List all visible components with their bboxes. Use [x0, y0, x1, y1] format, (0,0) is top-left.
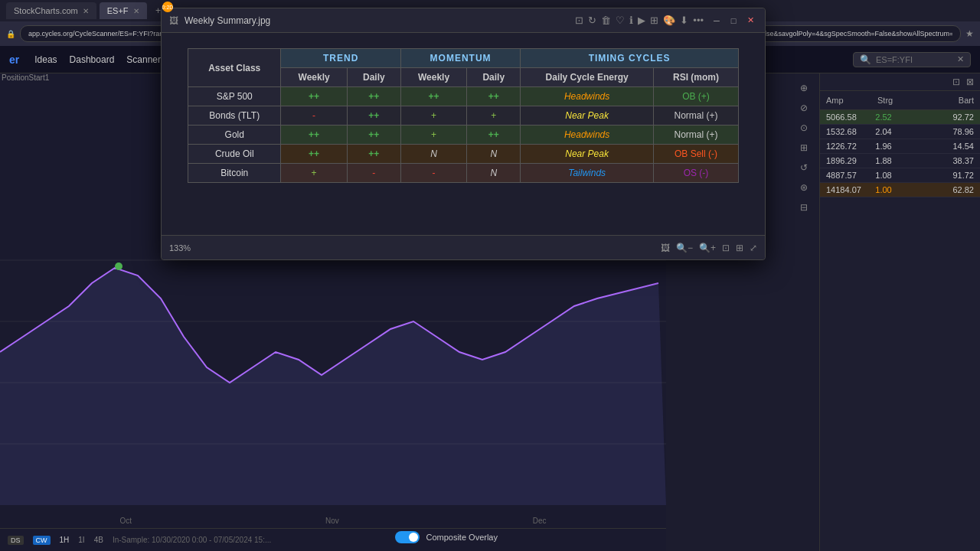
table-row-gold: Gold ++ ++ + ++ Headwinds Normal (+): [188, 126, 739, 145]
cell-sp500-td: ++: [347, 87, 400, 106]
rp-strg-6: 1.00: [875, 185, 924, 194]
footer-fullscreen-icon[interactable]: ⤢: [750, 243, 757, 253]
cell-bitcoin-td: -: [347, 164, 400, 183]
bottom-bar: DS CW 1H 1I 4B In-Sample: 10/30/2020 0:0…: [0, 528, 666, 551]
rp-icon-expand[interactable]: ⊡: [952, 77, 960, 87]
modal-share-icon[interactable]: ⊡: [575, 15, 583, 26]
rp-row-5: 4887.57 1.08 91.72: [820, 168, 980, 183]
modal-delete-icon[interactable]: 🗑: [601, 15, 611, 26]
modal-play-icon[interactable]: ▶: [638, 15, 645, 26]
table-row-crude: Crude Oil ++ ++ N N Near Peak OB Sell (-…: [188, 145, 739, 164]
tool-refresh[interactable]: ↺: [795, 159, 812, 176]
footer-frame-icon[interactable]: ⊞: [736, 243, 743, 253]
tool-save[interactable]: ⊞: [795, 139, 812, 156]
svg-point-5: [115, 262, 122, 270]
modal-maximize-button[interactable]: □: [727, 14, 740, 28]
modal-window: 🖼 Weekly Summary.jpg ⊡ ↻ 🗑 ♡ ℹ ▶ ⊞ 🎨 ⬇ •…: [161, 8, 766, 260]
rp-col-amp: Amp: [826, 96, 871, 105]
crude-tw-val: ++: [309, 148, 319, 159]
modal-more-icon[interactable]: •••: [693, 15, 704, 26]
cell-gold-ce: Headwinds: [521, 126, 654, 145]
axis-dec: Dec: [533, 517, 547, 525]
bonds-mw-val: +: [431, 110, 436, 121]
modal-grid-icon[interactable]: ⊞: [650, 15, 658, 26]
nav-ideas[interactable]: Ideas: [34, 54, 57, 65]
composite-overlay: Composite Overlay: [395, 531, 498, 543]
cell-bonds-name: Bonds (TLT): [188, 106, 281, 126]
rp-row-4: 1896.29 1.88 38.37: [820, 154, 980, 168]
tool-search[interactable]: ⊙: [795, 119, 812, 136]
table-row-bonds: Bonds (TLT) - ++ + + Near Peak Normal (+…: [188, 106, 739, 126]
search-icon: 🔍: [860, 54, 871, 65]
sp500-mw-val: ++: [429, 91, 439, 102]
tab-stockcharts[interactable]: StockCharts.com ✕: [6, 2, 96, 19]
crude-md-val: N: [490, 148, 497, 159]
tab-close-esf[interactable]: ✕: [133, 7, 139, 15]
col-trend-daily: Daily: [347, 68, 400, 87]
badge-ds: DS: [8, 536, 24, 545]
modal-body: Asset Class TREND MOMENTUM TIMING CYCLES…: [162, 33, 765, 230]
right-tools: ⊕ ⊘ ⊙ ⊞ ↺ ⊛ ⊟: [792, 73, 815, 222]
position-label: PositionStart1: [2, 73, 49, 82]
modal-file-icon: 🖼: [169, 15, 178, 26]
footer-zoom-in-icon[interactable]: 🔍+: [699, 243, 716, 253]
modal-footer: 133% 🖼 🔍− 🔍+ ⊡ ⊞ ⤢: [162, 235, 765, 259]
crude-rsi-val: OB Sell (-): [675, 148, 717, 159]
bonds-rsi-val: Normal (+): [674, 110, 717, 121]
cell-sp500-name: S&P 500: [188, 87, 281, 106]
cell-crude-ce: Near Peak: [521, 145, 654, 164]
footer-image-icon[interactable]: 🖼: [661, 243, 670, 253]
rp-bart-5: 91.72: [925, 171, 974, 180]
tool-bp[interactable]: ⊕: [795, 80, 812, 96]
cell-bonds-tw: -: [281, 106, 347, 126]
bitcoin-md-val: N: [490, 168, 497, 178]
bitcoin-td-val: -: [372, 168, 375, 178]
timeframe2[interactable]: 1I: [78, 536, 84, 544]
bonds-tw-val: -: [312, 110, 315, 121]
crude-td-val: ++: [368, 148, 379, 159]
modal-download-icon[interactable]: ⬇: [680, 15, 688, 26]
tab-esf[interactable]: ES+F ✕: [100, 2, 147, 19]
cell-sp500-md: ++: [467, 87, 521, 106]
gold-mw-val: +: [431, 129, 436, 140]
tool-info[interactable]: ⊟: [795, 199, 812, 216]
rp-icon-settings[interactable]: ⊠: [966, 77, 974, 87]
cell-crude-td: ++: [347, 145, 400, 164]
col-rsi: RSI (mom): [653, 68, 738, 87]
composite-overlay-toggle[interactable]: [395, 531, 420, 543]
nav-scanner[interactable]: Scanner: [126, 54, 161, 65]
cell-crude-tw: ++: [281, 145, 347, 164]
modal-heart-icon[interactable]: ♡: [616, 15, 625, 26]
bonds-td-val: ++: [368, 110, 379, 121]
rp-strg-1: 2.52: [875, 112, 924, 122]
rp-amp-3: 1226.72: [826, 142, 875, 151]
modal-palette-icon[interactable]: 🎨: [663, 15, 675, 26]
footer-crop-icon[interactable]: ⊡: [722, 243, 730, 253]
modal-refresh-icon[interactable]: ↻: [588, 15, 596, 26]
timeframe[interactable]: 1H: [60, 536, 70, 544]
tab-label-active: ES+F: [107, 6, 129, 15]
modal-controls: ─ □ ✕: [710, 14, 757, 28]
tool-settings[interactable]: ⊛: [795, 179, 812, 196]
bitcoin-tw-val: +: [312, 168, 317, 178]
search-input[interactable]: [876, 55, 952, 64]
modal-close-button[interactable]: ✕: [743, 14, 757, 28]
composite-overlay-label: Composite Overlay: [426, 533, 498, 542]
tab-close-stockcharts[interactable]: ✕: [83, 7, 89, 15]
cell-bitcoin-rsi: OS (-): [653, 164, 738, 183]
date-range: In-Sample: 10/30/2020 0:00 - 07/05/2024 …: [113, 536, 271, 544]
section-timing: TIMING CYCLES: [521, 49, 739, 68]
bookmark-icon[interactable]: ★: [965, 28, 974, 39]
tool-dp[interactable]: ⊘: [795, 99, 812, 116]
modal-minimize-button[interactable]: ─: [710, 14, 724, 28]
search-close-icon[interactable]: ✕: [957, 54, 964, 64]
table-row-sp500: S&P 500 ++ ++ ++ ++ Headwinds OB (+): [188, 87, 739, 106]
nav-dashboard[interactable]: Dashboard: [70, 54, 115, 65]
header-search[interactable]: 🔍 ✕: [853, 52, 971, 67]
modal-info-icon[interactable]: ℹ: [629, 15, 633, 26]
cell-gold-rsi: Normal (+): [653, 126, 738, 145]
footer-zoom-out-icon[interactable]: 🔍−: [676, 243, 693, 253]
cell-bonds-td: ++: [347, 106, 400, 126]
rp-strg-4: 1.88: [875, 156, 924, 165]
crude-ce-val: Near Peak: [565, 148, 609, 159]
